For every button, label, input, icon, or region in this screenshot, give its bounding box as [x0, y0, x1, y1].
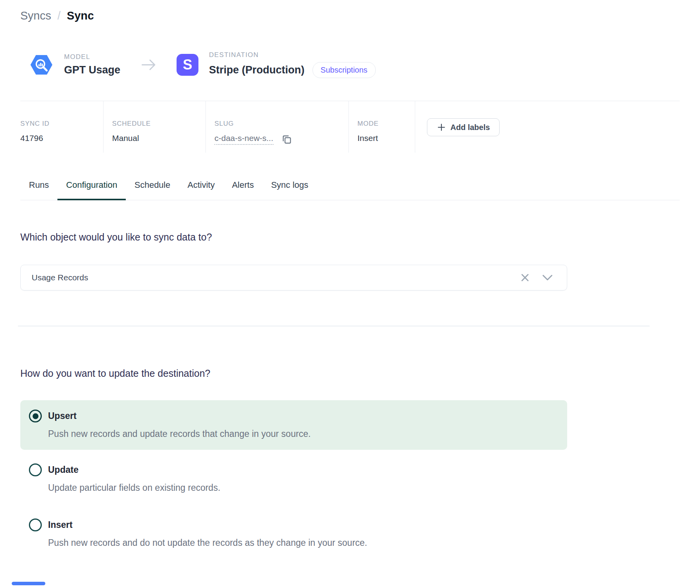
mode-label: MODE: [357, 120, 415, 128]
tab-activity[interactable]: Activity: [179, 175, 223, 200]
option-upsert[interactable]: Upsert Push new records and update recor…: [20, 400, 567, 450]
option-upsert-description: Push new records and update records that…: [29, 429, 567, 439]
add-labels-button[interactable]: Add labels: [427, 118, 500, 136]
option-update[interactable]: Update Update particular fields on exist…: [20, 463, 567, 493]
option-update-description: Update particular fields on existing rec…: [29, 483, 567, 493]
tab-configuration[interactable]: Configuration: [57, 175, 126, 200]
breadcrumb-syncs-link[interactable]: Syncs: [20, 9, 51, 22]
option-insert-description: Push new records and do not update the r…: [29, 538, 567, 548]
horizontal-scrollbar-thumb[interactable]: [12, 582, 45, 585]
sync-id-label: SYNC ID: [20, 120, 103, 128]
destination-name[interactable]: Stripe (Production): [209, 64, 305, 76]
plus-icon: [437, 123, 446, 132]
option-upsert-label[interactable]: Upsert: [48, 411, 77, 421]
meta-sync-id: SYNC ID 41796: [20, 101, 104, 153]
breadcrumb-separator: /: [57, 9, 61, 22]
chevron-down-icon[interactable]: [542, 274, 553, 281]
destination-label: DESTINATION: [209, 51, 376, 59]
destination-object-badge[interactable]: Subscriptions: [312, 62, 376, 78]
model-endpoint[interactable]: MODEL GPT Usage: [29, 53, 120, 77]
option-insert-label[interactable]: Insert: [48, 520, 73, 530]
meta-schedule: SCHEDULE Manual: [104, 101, 206, 153]
tab-sync-logs[interactable]: Sync logs: [262, 175, 317, 200]
slug-value[interactable]: c-daa-s-new-s...: [214, 134, 273, 145]
schedule-label: SCHEDULE: [112, 120, 205, 128]
slug-label: SLUG: [214, 120, 348, 128]
tab-runs[interactable]: Runs: [20, 175, 57, 200]
arrow-right-icon: [141, 58, 156, 71]
option-insert[interactable]: Insert Push new records and do not updat…: [20, 519, 567, 548]
add-labels-label: Add labels: [450, 123, 490, 132]
object-select-value: Usage Records: [32, 273, 520, 282]
tab-alerts[interactable]: Alerts: [223, 175, 262, 200]
sync-tabs: Runs Configuration Schedule Activity Ale…: [20, 175, 680, 200]
meta-mode: MODE Insert: [349, 101, 415, 153]
radio-insert-unselected[interactable]: [29, 519, 42, 531]
option-update-label[interactable]: Update: [48, 465, 79, 475]
update-question-heading: How do you want to update the destinatio…: [20, 368, 680, 379]
radio-upsert-selected[interactable]: [29, 410, 42, 422]
sync-detail-page: Syncs / Sync MODEL GPT Usage: [0, 0, 700, 548]
copy-icon[interactable]: [281, 134, 292, 144]
mode-value: Insert: [357, 134, 415, 143]
model-name[interactable]: GPT Usage: [64, 64, 120, 76]
stripe-icon-letter: S: [183, 57, 192, 73]
destination-endpoint[interactable]: S DESTINATION Stripe (Production) Subscr…: [177, 51, 376, 78]
stripe-icon: S: [177, 54, 198, 76]
update-mode-options: Upsert Push new records and update recor…: [20, 400, 567, 548]
clear-selection-icon[interactable]: [520, 273, 530, 282]
radio-update-unselected[interactable]: [29, 463, 42, 476]
section-divider: [18, 326, 650, 326]
schedule-value: Manual: [112, 134, 205, 143]
bigquery-icon: [29, 53, 54, 77]
object-select[interactable]: Usage Records: [20, 265, 567, 290]
breadcrumb-current: Sync: [67, 9, 94, 22]
sync-id-value: 41796: [20, 134, 103, 143]
sync-metadata-row: SYNC ID 41796 SCHEDULE Manual SLUG c-daa…: [20, 101, 680, 153]
model-label: MODEL: [64, 53, 120, 61]
tab-schedule[interactable]: Schedule: [126, 175, 179, 200]
sync-header: MODEL GPT Usage S DESTINATION Stripe (Pr…: [29, 51, 680, 78]
breadcrumb: Syncs / Sync: [20, 9, 680, 22]
meta-slug: SLUG c-daa-s-new-s...: [206, 101, 349, 153]
object-question-heading: Which object would you like to sync data…: [20, 232, 680, 243]
